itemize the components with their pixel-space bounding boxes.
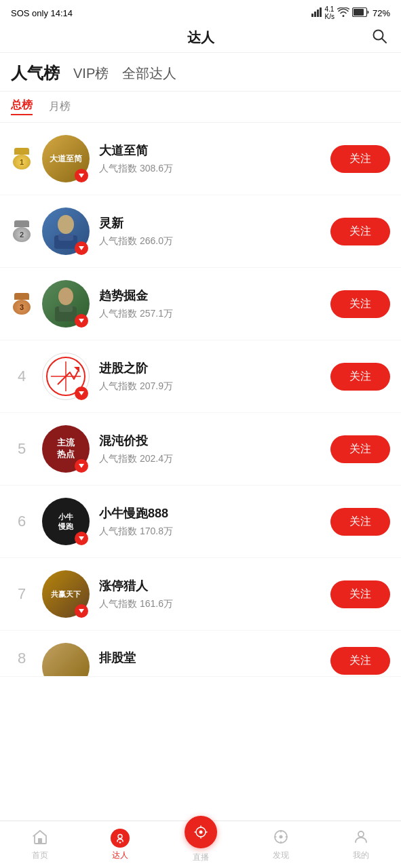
nav-discover-label: 发现 [273,850,289,861]
user-info-3: 趋势掘金 人气指数 257.1万 [99,288,321,320]
follow-btn-4[interactable]: 关注 [330,363,390,391]
avatar-badge-5 [75,459,88,473]
follow-btn-3[interactable]: 关注 [330,290,390,318]
user-name-2: 灵新 [99,215,321,231]
medal-3: 3 [11,293,33,315]
follow-btn-7[interactable]: 关注 [330,580,390,608]
user-score-2: 人气指数 266.0万 [99,235,321,248]
nav-home-label: 首页 [32,850,48,861]
tab-all[interactable]: 全部达人 [122,64,176,83]
user-info-8: 排股堂 [99,643,321,670]
rank-item-2: 2 灵新 人气指数 266.0万 关注 [0,195,401,268]
user-name-3: 趋势掘金 [99,288,321,304]
svg-point-24 [279,835,282,838]
nav-discover[interactable]: 发现 [241,829,321,861]
avatar-badge-7 [75,604,88,618]
avatar-wrap-4 [42,353,90,400]
svg-rect-0 [311,14,313,17]
medal-2: 2 [11,220,33,242]
avatar-wrap-7: 共赢天下 [42,570,90,618]
avatar-wrap-1: 大道至简 [42,135,90,182]
svg-line-7 [382,39,386,43]
discover-icon [273,829,289,848]
daren-icon [111,829,130,848]
follow-btn-1[interactable]: 关注 [330,145,390,173]
avatar-wrap-5: 主流热点 [42,425,90,473]
user-name-4: 进股之阶 [99,360,321,376]
svg-rect-13 [59,305,73,312]
medal-1: 1 [11,148,33,170]
nav-mine[interactable]: 我的 [321,829,401,861]
user-info-1: 大道至简 人气指数 308.6万 [99,142,321,175]
svg-rect-19 [38,838,42,844]
battery-icon [352,7,370,19]
nav-daren[interactable]: 达人 [80,829,160,861]
signal-icon [311,7,322,19]
battery-percent: 72% [373,8,390,18]
svg-rect-5 [354,9,364,16]
rank-item-6: 6 小牛慢跑 小牛慢跑888 人气指数 170.8万 关注 [0,486,401,558]
follow-btn-5[interactable]: 关注 [330,435,390,463]
nav-mine-label: 我的 [353,850,369,861]
svg-rect-10 [58,234,73,241]
sub-tab-nav: 总榜 月榜 [0,92,401,123]
tab-vip[interactable]: VIP榜 [73,64,109,83]
wifi-icon [337,7,349,19]
rank-item-1: 1 大道至简 大道至简 人气指数 308.6万 关注 [0,123,401,195]
nav-home[interactable]: 首页 [0,829,80,861]
user-score-3: 人气指数 257.1万 [99,308,321,320]
svg-rect-2 [317,9,319,17]
avatar-badge-2 [75,241,88,255]
rank-item-5: 5 主流热点 混沌价投 人气指数 202.4万 关注 [0,413,401,486]
rank-num-8: 8 [11,643,33,667]
tab-total[interactable]: 总榜 [11,98,33,115]
main-content: 人气榜 VIP榜 全部达人 总榜 月榜 1 大道至简 大道至简 [0,53,401,724]
status-right: 4.1K/s 72% [311,5,390,20]
avatar-badge-3 [75,314,88,328]
nav-daren-label: 达人 [112,850,128,861]
user-score-6: 人气指数 170.8万 [99,526,321,538]
speed-label: 4.1K/s [325,5,335,20]
rank-num-7: 7 [11,585,33,603]
avatar-wrap-2 [42,208,90,255]
svg-point-11 [58,288,73,305]
rank-list: 1 大道至简 大道至简 人气指数 308.6万 关注 2 [0,123,401,677]
user-score-1: 人气指数 308.6万 [99,163,321,175]
rank-item-4: 4 进股之阶 人气指数 207. [0,340,401,413]
user-name-1: 大道至简 [99,142,321,159]
tab-popular[interactable]: 人气榜 [11,62,60,84]
rank-item-3: 3 趋势掘金 人气指数 257.1万 关注 [0,268,401,340]
bottom-nav: 首页 达人 直播 [0,821,401,868]
tab-monthly[interactable]: 月榜 [49,100,71,114]
rank-num-4: 4 [11,368,33,385]
search-button[interactable] [371,28,387,48]
rank-item-7: 7 共赢天下 涨停猎人 人气指数 161.6万 关注 [0,558,401,631]
avatar-badge-4 [75,387,88,400]
user-score-5: 人气指数 202.4万 [99,453,321,465]
status-time: SOS only 14:14 [11,8,73,18]
svg-point-20 [118,834,122,838]
svg-point-8 [58,215,74,234]
user-info-7: 涨停猎人 人气指数 161.6万 [99,578,321,610]
follow-btn-6[interactable]: 关注 [330,508,390,536]
svg-rect-3 [320,7,322,17]
svg-rect-1 [314,12,316,17]
nav-live[interactable]: 直播 [160,827,240,863]
avatar-badge-1 [75,169,88,182]
top-tab-nav: 人气榜 VIP榜 全部达人 [0,53,401,92]
svg-point-25 [358,831,364,837]
rank-num-6: 6 [11,513,33,530]
avatar-wrap-6: 小牛慢跑 [42,498,90,545]
avatar-8 [42,643,90,677]
nav-live-label: 直播 [193,852,209,863]
follow-btn-8[interactable]: 关注 [330,647,390,675]
rank-num-5: 5 [11,440,33,458]
user-name-7: 涨停猎人 [99,578,321,594]
live-icon [185,816,217,848]
user-info-2: 灵新 人气指数 266.0万 [99,215,321,248]
page-title: 达人 [187,28,214,47]
user-info-5: 混沌价投 人气指数 202.4万 [99,433,321,465]
avatar-wrap-3 [42,280,90,328]
header: 达人 [0,23,401,53]
follow-btn-2[interactable]: 关注 [330,218,390,245]
